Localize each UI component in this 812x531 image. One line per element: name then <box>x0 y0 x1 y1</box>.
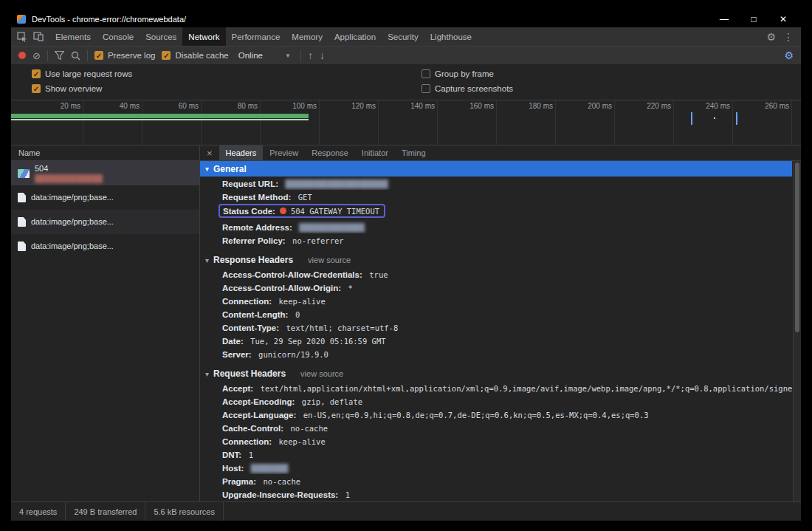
tab-memory[interactable]: Memory <box>286 27 328 46</box>
devtools-tab-bar: Elements Console Sources Network Perform… <box>11 27 801 46</box>
timeline-tick-label: 60 ms <box>142 100 202 145</box>
response-headers-title: Response Headers <box>213 255 293 265</box>
tab-preview[interactable]: Preview <box>263 145 305 160</box>
capture-screenshots-checkbox[interactable] <box>422 84 430 93</box>
header-name: DNT: <box>222 451 241 459</box>
tab-security[interactable]: Security <box>382 27 424 46</box>
file-icon <box>18 217 26 227</box>
header-row: User-Agent: Mozilla/5.0 (Windows NT 10.0… <box>200 501 792 501</box>
clear-network-log-icon[interactable]: ⊘ <box>32 51 41 61</box>
tab-timing[interactable]: Timing <box>395 145 433 160</box>
timeline-tick-label: 80 ms <box>202 100 261 145</box>
request-name: data:image/png;base... <box>31 193 114 202</box>
header-name: Accept: <box>222 384 253 393</box>
use-large-request-rows-checkbox[interactable]: ✓ <box>32 69 41 78</box>
header-row: Content-Type: text/html; charset=utf-8 <box>200 321 792 334</box>
header-row: Access-Control-Allow-Credentials: true <box>200 267 792 281</box>
throttling-select[interactable]: Online ▼ <box>235 50 294 61</box>
more-options-kebab-icon[interactable]: ⋮ <box>783 31 794 43</box>
show-overview-checkbox[interactable]: ✓ <box>32 84 41 93</box>
header-name: Access-Control-Allow-Credentials: <box>222 270 362 279</box>
export-har-icon[interactable]: ↓ <box>320 50 325 61</box>
timeline-tick-label: 140 ms <box>379 100 438 145</box>
header-value: * <box>348 284 352 292</box>
search-icon[interactable] <box>71 51 80 61</box>
overview-activity-bar <box>11 114 309 118</box>
header-name: Request URL: <box>222 179 278 188</box>
minimize-button[interactable]: — <box>709 11 739 27</box>
header-row: Server: gunicorn/19.9.0 <box>200 347 792 360</box>
status-error-dot-icon <box>280 208 286 214</box>
general-section-title: General <box>213 164 247 174</box>
request-headers-list: Accept: text/html,application/xhtml+xml,… <box>200 381 792 501</box>
request-row-504[interactable]: 504 █████████████ <box>11 161 199 185</box>
tab-initiator[interactable]: Initiator <box>355 145 395 160</box>
overview-event-tick <box>736 112 737 125</box>
header-name: Referrer Policy: <box>222 236 286 245</box>
view-source-link[interactable]: view source <box>300 369 343 378</box>
header-value: no-referrer <box>292 236 344 245</box>
tab-application[interactable]: Application <box>328 27 382 46</box>
header-value: GET <box>298 193 312 202</box>
tab-headers[interactable]: Headers <box>219 145 264 160</box>
response-headers-section-header[interactable]: ▾ Response Headers view source <box>200 250 792 267</box>
tab-sources[interactable]: Sources <box>140 27 182 46</box>
header-value: 0 <box>295 310 300 319</box>
request-row-dataimage[interactable]: data:image/png;base... <box>11 210 199 234</box>
redacted-value: ██████████████████████ <box>285 179 388 188</box>
group-by-frame-checkbox[interactable] <box>422 69 430 78</box>
filter-icon[interactable] <box>55 51 64 60</box>
toolbar-divider <box>47 50 48 61</box>
disclosure-triangle-icon: ▾ <box>205 370 209 378</box>
headers-detail-body: ▾ General Request URL: █████████████████… <box>200 161 801 501</box>
tab-lighthouse[interactable]: Lighthouse <box>424 27 478 46</box>
name-column-header[interactable]: Name <box>11 145 199 161</box>
header-value: true <box>369 270 388 279</box>
details-scrollbar[interactable] <box>793 161 801 501</box>
timeline-tick-label: 20 ms <box>24 100 83 145</box>
show-overview-label: Show overview <box>45 84 102 93</box>
chevron-down-icon: ▼ <box>285 52 291 59</box>
tab-elements[interactable]: Elements <box>49 27 97 46</box>
disable-cache-checkbox[interactable]: ✓ <box>162 51 171 60</box>
header-value: en-US,en;q=0.9,hi;q=0.8,de;q=0.7,de-DE;q… <box>303 411 649 419</box>
record-network-log-button[interactable] <box>18 52 26 59</box>
scrollbar-thumb[interactable] <box>795 162 799 332</box>
network-overview[interactable]: 20 ms40 ms60 ms80 ms100 ms120 ms140 ms16… <box>11 100 801 145</box>
header-row-referrer-policy: Referrer Policy: no-referrer <box>200 233 792 247</box>
disable-cache-label: Disable cache <box>175 51 228 60</box>
network-conditions-gear-icon[interactable]: ⚙ <box>784 49 794 61</box>
close-details-button[interactable]: × <box>200 145 219 160</box>
tab-performance[interactable]: Performance <box>226 27 286 46</box>
request-row-dataimage[interactable]: data:image/png;base... <box>11 185 199 210</box>
tab-console[interactable]: Console <box>97 27 140 46</box>
close-button[interactable]: ✕ <box>768 11 798 27</box>
request-headers-section-header[interactable]: ▾ Request Headers view source <box>200 364 792 381</box>
preserve-log-checkbox[interactable]: ✓ <box>94 51 103 60</box>
overview-activity-bar-light <box>11 119 309 120</box>
network-options: ✓ Use large request rows Group by frame … <box>11 64 801 100</box>
device-toolbar-icon[interactable] <box>33 32 44 41</box>
status-code-highlight-box: Status Code: 504 GATEWAY TIMEOUT <box>219 204 385 218</box>
timeline-tick-label: 100 ms <box>261 100 320 145</box>
request-details-panel: × Headers Preview Response Initiator Tim… <box>200 145 801 501</box>
maximize-button[interactable]: □ <box>739 11 768 27</box>
header-name: Pragma: <box>222 477 256 486</box>
header-row: Access-Control-Allow-Origin: * <box>200 281 792 294</box>
tab-response[interactable]: Response <box>305 145 355 160</box>
inspect-element-icon[interactable] <box>17 32 27 42</box>
request-url-redacted: █████████████ <box>35 174 103 183</box>
request-row-dataimage[interactable]: data:image/png;base... <box>11 234 199 258</box>
request-headers-title: Request Headers <box>213 369 286 379</box>
header-row: Accept-Encoding: gzip, deflate <box>200 394 792 408</box>
import-har-icon[interactable]: ↑ <box>308 50 313 61</box>
general-section-header[interactable]: ▾ General <box>200 161 792 177</box>
tab-network[interactable]: Network <box>182 27 225 46</box>
view-source-link[interactable]: view source <box>308 256 351 264</box>
header-row: Content-Length: 0 <box>200 307 792 321</box>
timeline-tick-label: 160 ms <box>438 100 497 145</box>
timeline-tick-label: 260 ms <box>733 100 792 145</box>
network-status-bar: 4 requests 249 B transferred 5.6 kB reso… <box>11 501 801 521</box>
settings-gear-icon[interactable]: ⚙ <box>766 31 776 43</box>
request-list-panel: Name 504 █████████████ data:image/png;ba… <box>11 145 200 501</box>
